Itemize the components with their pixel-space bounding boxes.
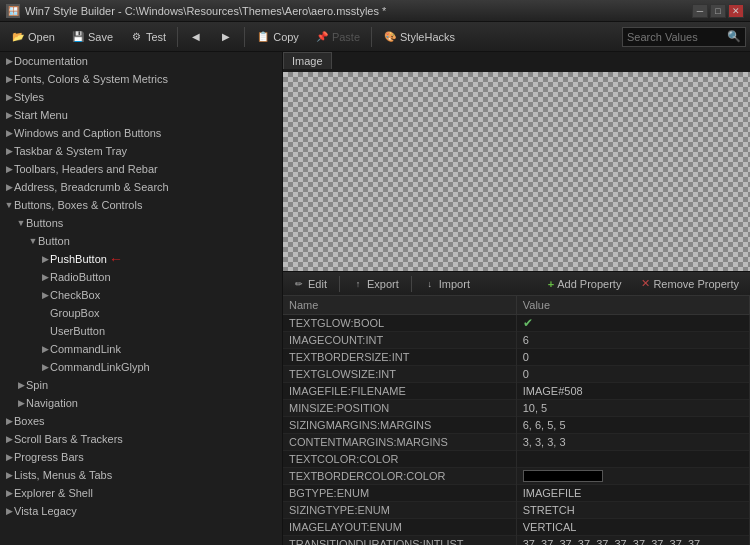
table-row[interactable]: TRANSITIONDURATIONS:INTLIST37, 37, 37, 3…	[283, 535, 750, 545]
search-input[interactable]	[627, 31, 727, 43]
export-button[interactable]: ↑ Export	[346, 275, 405, 293]
test-button[interactable]: ⚙ Test	[122, 26, 173, 48]
table-row[interactable]: IMAGELAYOUT:ENUMVERTICAL	[283, 518, 750, 535]
back-icon: ◀	[189, 30, 203, 44]
tree-label-toolbars-headers: Toolbars, Headers and Rebar	[14, 163, 158, 175]
tree-label-navigation: Navigation	[26, 397, 78, 409]
close-button[interactable]: ✕	[728, 4, 744, 18]
table-row[interactable]: TEXTCOLOR:COLOR	[283, 450, 750, 467]
table-row[interactable]: TEXTGLOW:BOOL✔	[283, 314, 750, 331]
sidebar-item-scroll-bars-trackers[interactable]: ▶Scroll Bars & Trackers	[0, 430, 282, 448]
minimize-button[interactable]: ─	[692, 4, 708, 18]
sidebar-item-documentation[interactable]: ▶Documentation	[0, 52, 282, 70]
sidebar-item-buttons[interactable]: ▼Buttons	[0, 214, 282, 232]
sidebar-item-progress-bars[interactable]: ▶Progress Bars	[0, 448, 282, 466]
sidebar-item-lists-menus-tabs[interactable]: ▶Lists, Menus & Tabs	[0, 466, 282, 484]
table-row[interactable]: CONTENTMARGINS:MARGINS3, 3, 3, 3	[283, 433, 750, 450]
sidebar-item-spin[interactable]: ▶Spin	[0, 376, 282, 394]
props-sep-1	[339, 276, 340, 292]
open-button[interactable]: 📂 Open	[4, 26, 62, 48]
add-property-label: Add Property	[557, 278, 621, 290]
prop-name-cell: BGTYPE:ENUM	[283, 484, 516, 501]
prop-name-cell: SIZINGMARGINS:MARGINS	[283, 416, 516, 433]
maximize-button[interactable]: □	[710, 4, 726, 18]
check-icon: ✔	[523, 316, 533, 330]
tree-label-windows-caption: Windows and Caption Buttons	[14, 127, 161, 139]
sidebar-item-groupbox[interactable]: GroupBox	[0, 304, 282, 322]
sidebar-item-start-menu[interactable]: ▶Start Menu	[0, 106, 282, 124]
sidebar-tree: ▶Documentation▶Fonts, Colors & System Me…	[0, 52, 283, 545]
sidebar-item-taskbar-systray[interactable]: ▶Taskbar & System Tray	[0, 142, 282, 160]
toolbar: 📂 Open 💾 Save ⚙ Test ◀ ▶ 📋 Copy 📌 Paste …	[0, 22, 750, 52]
image-preview: Image	[283, 52, 750, 272]
sidebar-item-checkbox[interactable]: ▶CheckBox	[0, 286, 282, 304]
test-icon: ⚙	[129, 30, 143, 44]
stylehacks-icon: 🎨	[383, 30, 397, 44]
table-row[interactable]: SIZINGMARGINS:MARGINS6, 6, 5, 5	[283, 416, 750, 433]
sidebar-item-commandlinkglyph[interactable]: ▶CommandLinkGlyph	[0, 358, 282, 376]
table-row[interactable]: MINSIZE:POSITION10, 5	[283, 399, 750, 416]
sidebar-item-toolbars-headers[interactable]: ▶Toolbars, Headers and Rebar	[0, 160, 282, 178]
sidebar-item-userbutton[interactable]: UserButton	[0, 322, 282, 340]
edit-button[interactable]: ✏ Edit	[287, 275, 333, 293]
prop-value-cell: 3, 3, 3, 3	[516, 433, 749, 450]
table-row[interactable]: IMAGEFILE:FILENAMEIMAGE#508	[283, 382, 750, 399]
tree-label-progress-bars: Progress Bars	[14, 451, 84, 463]
sidebar-item-vista-legacy[interactable]: ▶Vista Legacy	[0, 502, 282, 520]
table-row[interactable]: TEXTGLOWSIZE:INT0	[283, 365, 750, 382]
tree-label-groupbox: GroupBox	[50, 307, 100, 319]
tree-arrow-userbutton	[40, 326, 50, 336]
tree-label-styles: Styles	[14, 91, 44, 103]
export-label: Export	[367, 278, 399, 290]
sidebar-item-address-breadcrumb[interactable]: ▶Address, Breadcrumb & Search	[0, 178, 282, 196]
window-controls: ─ □ ✕	[692, 4, 744, 18]
sidebar-item-button[interactable]: ▼Button	[0, 232, 282, 250]
sidebar-item-navigation[interactable]: ▶Navigation	[0, 394, 282, 412]
add-property-button[interactable]: + Add Property	[541, 275, 629, 293]
sidebar-item-fonts-colors[interactable]: ▶Fonts, Colors & System Metrics	[0, 70, 282, 88]
sidebar-item-windows-caption[interactable]: ▶Windows and Caption Buttons	[0, 124, 282, 142]
sidebar-item-pushbutton[interactable]: ▶PushButton←	[0, 250, 282, 268]
prop-name-cell: IMAGEFILE:FILENAME	[283, 382, 516, 399]
save-button[interactable]: 💾 Save	[64, 26, 120, 48]
table-row[interactable]: TEXTBORDERCOLOR:COLOR	[283, 467, 750, 484]
remove-property-button[interactable]: ✕ Remove Property	[634, 275, 746, 293]
tree-arrow-pushbutton: ▶	[40, 254, 50, 264]
open-icon: 📂	[11, 30, 25, 44]
sidebar-item-styles[interactable]: ▶Styles	[0, 88, 282, 106]
tree-label-start-menu: Start Menu	[14, 109, 68, 121]
prop-name-cell: TEXTCOLOR:COLOR	[283, 450, 516, 467]
tree-arrow-explorer-shell: ▶	[4, 488, 14, 498]
tree-label-checkbox: CheckBox	[50, 289, 100, 301]
export-icon: ↑	[352, 278, 364, 290]
sidebar-item-boxes[interactable]: ▶Boxes	[0, 412, 282, 430]
add-property-icon: +	[548, 278, 554, 290]
sidebar-item-explorer-shell[interactable]: ▶Explorer & Shell	[0, 484, 282, 502]
import-button[interactable]: ↓ Import	[418, 275, 476, 293]
table-row[interactable]: SIZINGTYPE:ENUMSTRETCH	[283, 501, 750, 518]
save-label: Save	[88, 31, 113, 43]
table-row[interactable]: IMAGECOUNT:INT6	[283, 331, 750, 348]
table-row[interactable]: BGTYPE:ENUMIMAGEFILE	[283, 484, 750, 501]
paste-button[interactable]: 📌 Paste	[308, 26, 367, 48]
props-table-container[interactable]: Name Value TEXTGLOW:BOOL✔IMAGECOUNT:INT6…	[283, 296, 750, 545]
forward-button[interactable]: ▶	[212, 26, 240, 48]
right-panel: Image ✏ Edit ↑ Export ↓ Import + Add Pro…	[283, 52, 750, 545]
toolbar-separator-2	[244, 27, 245, 47]
import-icon: ↓	[424, 278, 436, 290]
sidebar-item-radiobutton[interactable]: ▶RadioButton	[0, 268, 282, 286]
tree-arrow-progress-bars: ▶	[4, 452, 14, 462]
table-row[interactable]: TEXTBORDERSIZE:INT0	[283, 348, 750, 365]
sidebar-item-buttons-boxes[interactable]: ▼Buttons, Boxes & Controls	[0, 196, 282, 214]
tree-label-radiobutton: RadioButton	[50, 271, 111, 283]
prop-value-cell: 6	[516, 331, 749, 348]
back-button[interactable]: ◀	[182, 26, 210, 48]
prop-name-cell: TEXTBORDERCOLOR:COLOR	[283, 467, 516, 484]
image-tab[interactable]: Image	[283, 52, 332, 69]
stylehacks-button[interactable]: 🎨 StyleHacks	[376, 26, 462, 48]
tree-arrow-windows-caption: ▶	[4, 128, 14, 138]
remove-property-icon: ✕	[641, 277, 650, 290]
copy-button[interactable]: 📋 Copy	[249, 26, 306, 48]
sidebar-item-commandlink[interactable]: ▶CommandLink	[0, 340, 282, 358]
prop-name-cell: SIZINGTYPE:ENUM	[283, 501, 516, 518]
